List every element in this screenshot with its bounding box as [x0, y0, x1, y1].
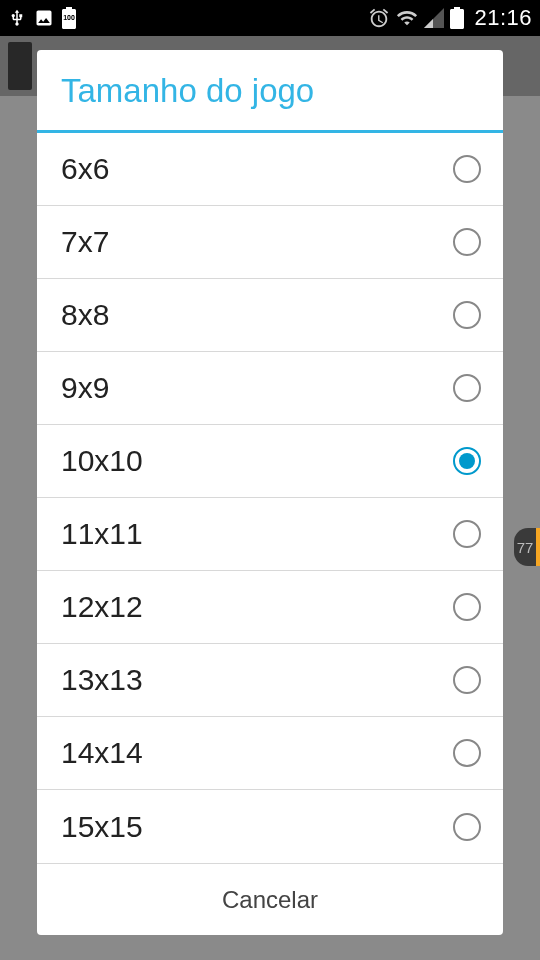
status-bar: 100 21:16 [0, 0, 540, 36]
radio-icon[interactable] [453, 228, 481, 256]
dialog-overlay[interactable]: Tamanho do jogo 6x67x78x89x910x1011x1112… [0, 36, 540, 960]
signal-icon [424, 8, 444, 28]
dialog-title: Tamanho do jogo [37, 50, 503, 130]
option-label: 6x6 [61, 152, 109, 186]
radio-icon[interactable] [453, 301, 481, 329]
radio-icon[interactable] [453, 739, 481, 767]
option-row[interactable]: 14x14 [37, 717, 503, 790]
option-label: 12x12 [61, 590, 143, 624]
status-left: 100 [8, 7, 76, 29]
options-list[interactable]: 6x67x78x89x910x1011x1112x1213x1314x1415x… [37, 133, 503, 863]
radio-icon[interactable] [453, 447, 481, 475]
option-label: 10x10 [61, 444, 143, 478]
option-row[interactable]: 9x9 [37, 352, 503, 425]
option-row[interactable]: 13x13 [37, 644, 503, 717]
option-label: 14x14 [61, 736, 143, 770]
option-row[interactable]: 11x11 [37, 498, 503, 571]
option-label: 13x13 [61, 663, 143, 697]
clock-time: 21:16 [474, 5, 532, 31]
option-row[interactable]: 12x12 [37, 571, 503, 644]
option-row[interactable]: 7x7 [37, 206, 503, 279]
option-label: 15x15 [61, 810, 143, 844]
option-row[interactable]: 15x15 [37, 790, 503, 863]
battery-text: 100 [62, 14, 76, 21]
option-label: 8x8 [61, 298, 109, 332]
option-label: 7x7 [61, 225, 109, 259]
usb-icon [8, 7, 26, 29]
status-right: 21:16 [368, 5, 532, 31]
radio-icon[interactable] [453, 813, 481, 841]
battery-icon [450, 7, 464, 29]
radio-icon[interactable] [453, 593, 481, 621]
wifi-icon [396, 7, 418, 29]
battery-100-icon: 100 [62, 7, 76, 29]
option-label: 11x11 [61, 517, 143, 551]
side-indicator[interactable]: 77 [514, 528, 540, 566]
radio-icon[interactable] [453, 155, 481, 183]
option-label: 9x9 [61, 371, 109, 405]
cancel-button[interactable]: Cancelar [37, 864, 503, 935]
option-row[interactable]: 10x10 [37, 425, 503, 498]
radio-icon[interactable] [453, 520, 481, 548]
option-row[interactable]: 8x8 [37, 279, 503, 352]
dialog-footer: Cancelar [37, 863, 503, 935]
radio-icon[interactable] [453, 666, 481, 694]
alarm-icon [368, 7, 390, 29]
radio-icon[interactable] [453, 374, 481, 402]
image-icon [34, 8, 54, 28]
game-size-dialog: Tamanho do jogo 6x67x78x89x910x1011x1112… [37, 50, 503, 935]
option-row[interactable]: 6x6 [37, 133, 503, 206]
